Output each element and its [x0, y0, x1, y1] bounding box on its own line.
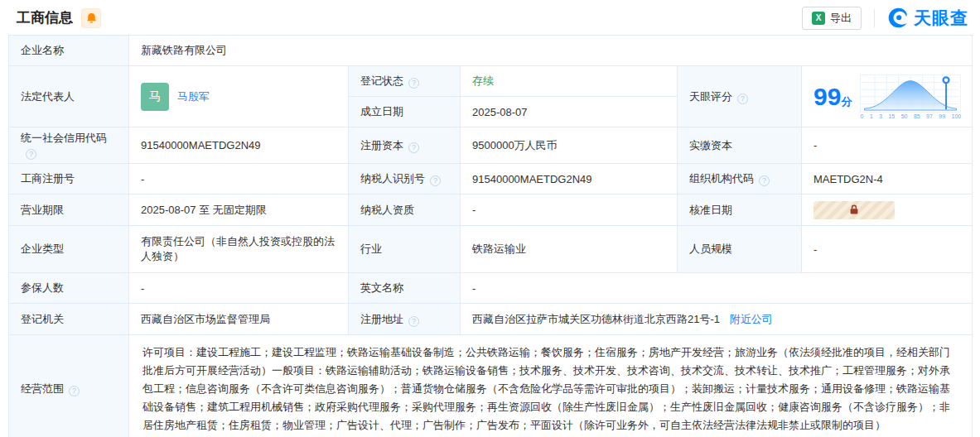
value-paid-capital: - [802, 127, 973, 164]
value-establish-date: 2025-08-07 [461, 97, 678, 127]
score-distribution-chart: 0131550859799100 [860, 74, 961, 119]
value-org-code: MAETDG2N-4 [802, 164, 973, 194]
label-company-name: 企业名称 [9, 36, 129, 66]
score-number: 99 [813, 83, 841, 110]
help-icon[interactable]: ? [737, 94, 748, 104]
value-taxpayer-id: 91540000MAETDG2N49 [461, 164, 678, 194]
value-company-type: 有限责任公司（非自然人投资或控股的法人独资） [129, 226, 349, 273]
help-icon[interactable]: ? [408, 316, 419, 327]
label-staff-size: 人员规模 [678, 226, 802, 273]
monitor-bell-icon[interactable] [81, 8, 101, 28]
label-legal-rep: 法定代表人 [9, 66, 129, 127]
label-reg-authority: 登记机关 [9, 304, 129, 335]
help-icon[interactable]: ? [430, 175, 441, 186]
nearby-companies-link[interactable]: 附近公司 [730, 313, 773, 325]
value-english-name: - [461, 273, 973, 304]
value-reg-authority: 西藏自治区市场监督管理局 [129, 304, 349, 335]
help-icon[interactable]: ? [26, 149, 36, 160]
value-reg-number: - [129, 164, 349, 194]
brand-name: 天眼查 [914, 7, 968, 30]
value-reg-status: 存续 [461, 66, 678, 97]
value-taxpayer-qualification: - [461, 194, 678, 226]
value-industry: 铁路运输业 [461, 226, 678, 273]
help-icon[interactable]: ? [759, 175, 770, 186]
address-text: 西藏自治区拉萨市城关区功德林街道北京西路21号-1 [472, 313, 720, 325]
export-button[interactable]: X 导出 [802, 7, 862, 30]
help-icon[interactable]: ? [408, 78, 419, 89]
help-icon[interactable]: ? [69, 386, 80, 396]
label-paid-capital: 实缴资本 [678, 127, 802, 164]
tianyancha-logo[interactable]: 天眼查 [887, 7, 968, 30]
value-reg-capital: 9500000万人民币 [461, 127, 678, 164]
help-icon[interactable]: ? [408, 142, 419, 153]
label-org-code: 组织机构代码? [678, 164, 802, 194]
chart-x-ticks: 0131550859799100 [860, 113, 961, 119]
locked-value[interactable] [813, 201, 895, 219]
divider [874, 9, 875, 27]
label-approval-date: 核准日期 [678, 194, 802, 226]
label-insured-count: 参保人数 [9, 273, 129, 304]
tianyancha-logo-icon [887, 7, 910, 29]
value-insured-count: - [129, 273, 349, 304]
label-taxpayer-id: 纳税人识别号? [349, 164, 461, 194]
bell-icon [86, 12, 97, 24]
label-reg-capital: 注册资本? [349, 127, 461, 164]
label-reg-number: 工商注册号 [9, 164, 129, 194]
legal-rep-link[interactable]: 马殷军 [177, 89, 210, 104]
bell-curve-chart [860, 74, 961, 113]
value-tianyan-score[interactable]: 99分 [802, 66, 973, 127]
label-establish-date: 成立日期 [349, 97, 461, 127]
section-header: 工商信息 X 导出 天眼查 [0, 0, 980, 35]
value-approval-date [802, 194, 973, 226]
legal-rep-avatar[interactable]: 马 [141, 83, 169, 111]
value-business-term: 2025-08-07 至 无固定期限 [129, 194, 349, 226]
label-reg-address: 注册地址? [349, 304, 461, 335]
lock-icon [849, 204, 859, 215]
excel-icon: X [812, 12, 825, 25]
value-reg-address: 西藏自治区拉萨市城关区功德林街道北京西路21号-1 附近公司 [461, 304, 973, 335]
label-reg-status: 登记状态? [349, 66, 461, 97]
value-staff-size: - [802, 226, 973, 273]
label-taxpayer-qualification: 纳税人资质 [349, 194, 461, 226]
export-label: 导出 [830, 11, 852, 26]
value-business-scope: 许可项目：建设工程施工；建设工程监理；铁路运输基础设备制造；公共铁路运输；餐饮服… [129, 335, 973, 437]
page-title: 工商信息 [17, 8, 73, 27]
value-company-name: 新藏铁路有限公司 [129, 36, 973, 66]
status-badge: 存续 [472, 74, 494, 87]
label-tianyan-score: 天眼评分? [678, 66, 802, 127]
label-business-term: 营业期限 [9, 194, 129, 226]
value-credit-code: 91540000MAETDG2N49 [129, 127, 349, 164]
label-credit-code: 统一社会信用代码? [9, 127, 129, 164]
label-english-name: 英文名称 [349, 273, 461, 304]
label-business-scope: 经营范围? [9, 335, 129, 437]
score-unit: 分 [841, 95, 852, 108]
label-company-type: 企业类型 [9, 226, 129, 273]
business-info-table: 企业名称 新藏铁路有限公司 法定代表人 马 马殷军 登记状态? 存续 天眼评分?… [8, 35, 973, 437]
label-industry: 行业 [349, 226, 461, 273]
value-legal-rep: 马 马殷军 [129, 66, 349, 127]
